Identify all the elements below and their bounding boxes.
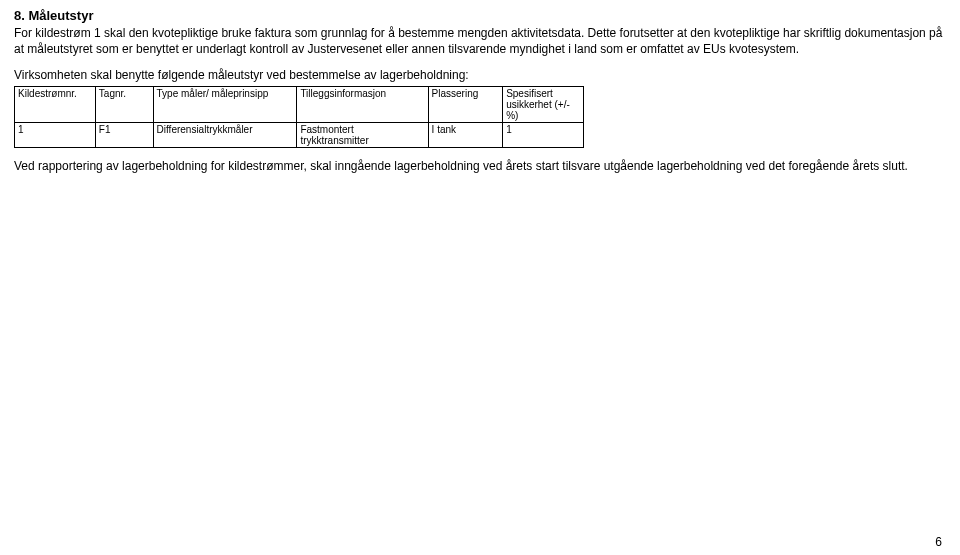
table-cell: 1 — [503, 122, 584, 147]
table-header-cell: Type måler/ måleprinsipp — [153, 86, 297, 122]
page-number: 6 — [935, 535, 942, 549]
table-cell: I tank — [428, 122, 503, 147]
paragraph-intro: For kildestrøm 1 skal den kvotepliktige … — [14, 25, 946, 57]
table-cell: F1 — [95, 122, 153, 147]
table-header-cell: Tagnr. — [95, 86, 153, 122]
table-cell: Fastmontert trykktransmitter — [297, 122, 428, 147]
paragraph-reporting: Ved rapportering av lagerbeholdning for … — [14, 158, 946, 174]
paragraph-table-intro: Virksomheten skal benytte følgende måleu… — [14, 67, 946, 83]
table-header-row: Kildestrømnr. Tagnr. Type måler/ målepri… — [15, 86, 584, 122]
page-content: 8. Måleutstyr For kildestrøm 1 skal den … — [0, 0, 960, 555]
section-heading: 8. Måleutstyr — [14, 8, 946, 23]
table-row: 1 F1 Differensialtrykkmåler Fastmontert … — [15, 122, 584, 147]
table-cell: Differensialtrykkmåler — [153, 122, 297, 147]
table-header-cell: Plassering — [428, 86, 503, 122]
table-cell: 1 — [15, 122, 96, 147]
table-header-cell: Spesifisert usikkerhet (+/- %) — [503, 86, 584, 122]
table-header-cell: Kildestrømnr. — [15, 86, 96, 122]
table-header-cell: Tilleggsinformasjon — [297, 86, 428, 122]
equipment-table: Kildestrømnr. Tagnr. Type måler/ målepri… — [14, 86, 584, 148]
